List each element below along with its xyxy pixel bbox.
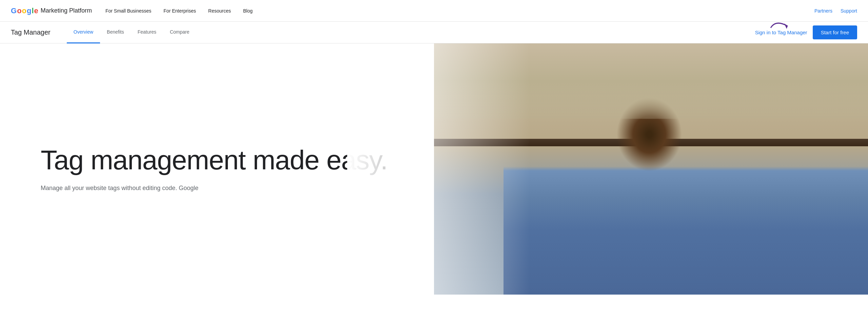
logo-letter-l: l [32,6,33,15]
nav-tab-overview[interactable]: Overview [67,22,100,43]
google-logo: Google [11,6,38,15]
logo-area: Google Marketing Platform [11,6,92,15]
secondary-nav-right: Sign in to Tag Manager Start for free [755,25,857,39]
product-name: Tag Manager [11,29,51,36]
logo-letter-o2: o [22,6,26,15]
nav-link-enterprises[interactable]: For Enterprises [163,8,196,14]
logo-letter-g: G [11,6,16,15]
hero-section: Tag management made easy. Manage all you… [0,43,868,295]
nav-link-small-businesses[interactable]: For Small Businesses [105,8,151,14]
top-navigation: Google Marketing Platform For Small Busi… [0,0,868,22]
secondary-navigation: Tag Manager Overview Benefits Features C… [0,22,868,43]
start-free-button[interactable]: Start for free [813,25,857,39]
nav-tab-benefits[interactable]: Benefits [100,22,131,43]
logo-letter-e: e [34,6,38,15]
nav-link-blog[interactable]: Blog [243,8,253,14]
logo-letter-o1: o [17,6,21,15]
office-background [425,43,868,119]
nav-tab-compare[interactable]: Compare [163,22,196,43]
secondary-nav-links: Overview Benefits Features Compare [67,22,755,43]
partners-link[interactable]: Partners [814,8,832,14]
support-link[interactable]: Support [841,8,857,14]
nav-tab-features[interactable]: Features [131,22,163,43]
top-nav-links: For Small Businesses For Enterprises Res… [105,8,814,14]
hero-image [347,43,868,295]
platform-text: Marketing Platform [41,7,92,14]
top-nav-right: Partners Support [814,8,857,14]
logo-letter-g2: g [27,6,31,15]
svg-marker-0 [784,23,788,29]
hero-subtitle: Manage all your website tags without edi… [41,183,203,193]
hero-photo [347,43,868,295]
nav-link-resources[interactable]: Resources [208,8,231,14]
